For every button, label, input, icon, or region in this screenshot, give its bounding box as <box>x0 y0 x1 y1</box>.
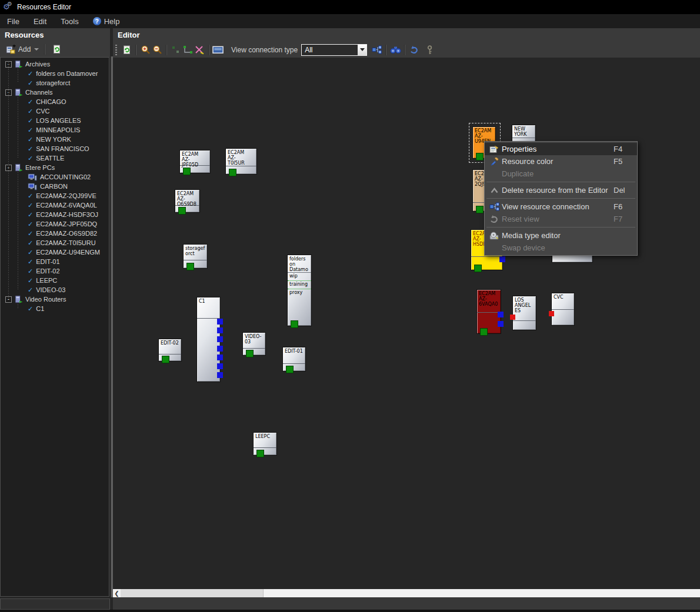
output-connector[interactable] <box>498 321 504 327</box>
tree-item-ec2amaz-hsdf3oj[interactable]: ✓EC2AMAZ-HSDF3OJ <box>1 210 109 219</box>
tree-item-ec2amaz-t0i5uru[interactable]: ✓EC2AMAZ-T0I5URU <box>1 238 109 248</box>
resource-node-folders-on-datamover[interactable]: foldersonDatamowiptrainingproxy <box>287 255 312 326</box>
resource-node-storageforct[interactable]: storageforct <box>183 244 208 269</box>
toolbar-separator <box>208 45 209 55</box>
tree-item-carbon[interactable]: CARBON <box>1 182 109 191</box>
context-menu-label: Swap device <box>502 243 614 252</box>
tree-item-edit-01[interactable]: ✓EDIT-01 <box>1 257 109 266</box>
tree-group-video-routers[interactable]: -Video Routers <box>1 295 109 304</box>
tree-children: ✓folders on Datamover✓storageforct <box>1 69 109 88</box>
refresh-editor-button[interactable] <box>121 44 132 56</box>
tree-item-seattle[interactable]: ✓SEATTLE <box>1 153 109 163</box>
tree-item-ec2amaz-2qj99ve[interactable]: ✓EC2AMAZ-2QJ99VE <box>1 191 109 200</box>
resource-node-los-angeles[interactable]: LOSANGELES <box>512 296 536 330</box>
output-connector[interactable] <box>217 363 223 369</box>
tree-item-new-york[interactable]: ✓NEW YORK <box>1 135 109 144</box>
resource-node-edit-01[interactable]: EDIT-01 <box>282 347 306 372</box>
resource-node-ec2amaz-t0i5uru[interactable]: EC2AMAZ-T0I5UR <box>225 148 257 175</box>
tree-group-channels[interactable]: -Channels <box>1 88 109 97</box>
resource-node-ec2amaz-o6s9d82[interactable]: EC2AMAZ-O6S9D8 <box>175 189 200 213</box>
find-button[interactable] <box>389 44 401 56</box>
tree-item-storageforct[interactable]: ✓storageforct <box>1 78 109 88</box>
output-connector[interactable] <box>498 312 504 317</box>
tree-group-etere-pcs[interactable]: -Etere PCs <box>1 163 109 172</box>
tree-item-label: EDIT-02 <box>36 267 59 275</box>
toolbar-separator <box>44 44 45 55</box>
screen-view-button[interactable] <box>212 44 224 56</box>
resource-node-edit-02[interactable]: EDIT-02 <box>158 339 182 362</box>
refresh-tree-button[interactable] <box>48 42 65 57</box>
context-menu-item-properties[interactable]: PropertiesF4 <box>485 143 637 155</box>
key-button[interactable] <box>424 44 435 56</box>
tree-item-chicago[interactable]: ✓CHICAGO <box>1 97 109 106</box>
add-dropdown-arrow[interactable] <box>34 48 39 51</box>
tree-item-video-03[interactable]: ✓VIDEO-03 <box>1 285 109 295</box>
resource-node-leepc[interactable]: LEEPC <box>253 432 277 456</box>
resource-node-ec2amaz-6vaqa0l[interactable]: EC2AMAZ-6VAQA0 <box>476 289 501 334</box>
check-icon: ✓ <box>28 258 33 266</box>
scroll-left-arrow[interactable]: ❮ <box>113 589 121 597</box>
context-menu-item-swap-device: Swap device <box>485 242 637 254</box>
tree-item-edit-02[interactable]: ✓EDIT-02 <box>1 266 109 276</box>
resources-editor-window: ⚙⚙ Resources Editor FileEditTools?Help R… <box>0 0 700 612</box>
resource-node-cvc[interactable]: CVC <box>551 293 575 326</box>
tree-item-ec2amaz-u94engm[interactable]: ✓EC2AMAZ-U94ENGM <box>1 248 109 257</box>
tree-item-c1[interactable]: ✓C1 <box>1 304 109 313</box>
media-icon <box>486 231 502 240</box>
output-connector[interactable] <box>499 256 505 262</box>
horizontal-scrollbar[interactable]: ❮ <box>113 589 700 597</box>
context-menu-item-view-resource-connection[interactable]: View resource connectionF6 <box>485 200 637 213</box>
menu-tools[interactable]: Tools <box>54 14 85 28</box>
tree-item-san-francisco[interactable]: ✓SAN FRANCISCO <box>1 144 109 153</box>
output-connector[interactable] <box>217 346 223 352</box>
combo-dropdown-button[interactable] <box>358 45 366 55</box>
node-divider <box>552 309 574 310</box>
node-label: LOSANGELES <box>513 296 536 313</box>
tree-item-ec2amaz-6vaqa0l[interactable]: ✓EC2AMAZ-6VAQA0L <box>1 200 109 210</box>
output-connector[interactable] <box>217 319 223 325</box>
zoom-out-button[interactable] <box>151 44 163 56</box>
output-connector[interactable] <box>217 372 223 378</box>
scrollbar-thumb[interactable] <box>121 589 264 597</box>
output-connector[interactable] <box>217 355 223 360</box>
menu-edit[interactable]: Edit <box>26 14 54 28</box>
add-button[interactable]: Add <box>2 42 41 57</box>
resource-node-video-03[interactable]: VIDEO-03 <box>242 332 266 356</box>
tree-group-archives[interactable]: -Archives <box>1 59 109 69</box>
toolbar-grip[interactable] <box>115 45 117 55</box>
tree-item-ec2amaz-jpf05dq[interactable]: ✓EC2AMAZ-JPF05DQ <box>1 219 109 229</box>
tree-guide <box>18 172 18 290</box>
status-green-marker <box>162 356 169 363</box>
resource-node-c1[interactable]: C1 <box>196 297 221 382</box>
input-connector[interactable] <box>549 311 554 316</box>
resource-node-new-york[interactable]: NEWYORK <box>512 125 536 142</box>
context-menu-item-resource-color[interactable]: Resource colorF5 <box>485 155 637 168</box>
tree-item-los-angeles[interactable]: ✓LOS ANGELES <box>1 116 109 125</box>
tree-item-cvc[interactable]: ✓CVC <box>1 106 109 116</box>
brush-icon <box>486 158 502 166</box>
output-connector[interactable] <box>217 336 223 342</box>
connection-type-select[interactable]: All <box>301 44 367 56</box>
resource-node-ec2amaz-jpf05dq[interactable]: EC2AMAZ-JPF05D <box>179 150 211 173</box>
connector-button[interactable] <box>182 44 194 56</box>
tree-item-ec2amaz-o6s9d82[interactable]: ✓EC2AMAZ-O6S9D82 <box>1 229 109 238</box>
properties-icon <box>486 145 502 153</box>
tree-item-accounting02[interactable]: ACCOUNTING02 <box>1 172 109 182</box>
editor-canvas: EC2AMAZ-JPF05DEC2AMAZ-T0I5UREC2AMAZ-O6S9… <box>113 58 700 589</box>
link-points-button[interactable] <box>170 44 182 56</box>
view-resource-connection-button[interactable] <box>371 44 382 56</box>
output-connector[interactable] <box>217 327 223 333</box>
cut-connection-button[interactable] <box>194 44 205 56</box>
device-icon <box>14 88 23 96</box>
context-menu-item-media-type-editor[interactable]: Media type editor <box>485 229 637 242</box>
left-bottom-bar <box>0 598 110 610</box>
input-connector[interactable] <box>510 315 515 320</box>
tree-item-leepc[interactable]: ✓LEEPC <box>1 276 109 285</box>
context-menu-item-delete-resource-from-the-editor[interactable]: Delete resource from the EditorDel <box>485 184 637 196</box>
menu-file[interactable]: File <box>0 14 26 28</box>
tree-item-folders-on-datamover[interactable]: ✓folders on Datamover <box>1 69 109 78</box>
tree-item-minneapolis[interactable]: ✓MINNEAPOLIS <box>1 125 109 135</box>
menu-help[interactable]: ?Help <box>86 14 127 28</box>
reset-view-button[interactable] <box>408 44 420 56</box>
zoom-in-button[interactable] <box>139 44 151 56</box>
